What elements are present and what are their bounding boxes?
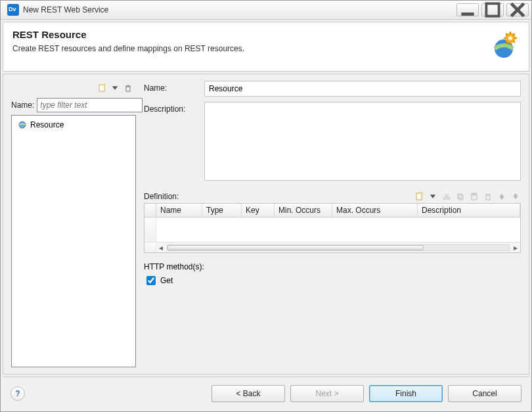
grid-header: Name Type Key Min. Occurs Max. Occurs De… [144,204,520,217]
new-resource-icon[interactable] [97,83,107,93]
svg-point-16 [103,83,106,86]
cut-icon[interactable] [441,191,452,202]
close-button[interactable] [506,3,529,16]
banner-globe-gear-icon [488,29,520,60]
svg-marker-37 [513,196,518,199]
grid-scroll-stub [144,242,156,252]
copy-icon[interactable] [455,191,466,202]
resource-icon [17,120,28,130]
http-get-label: Get [160,276,173,285]
delete-icon[interactable] [123,83,133,93]
definition-grid[interactable]: Name Type Key Min. Occurs Max. Occurs De… [144,203,521,253]
definition-label: Definition: [144,192,414,201]
toolbar-dropdown-icon[interactable] [428,191,438,202]
svg-point-14 [508,36,512,40]
svg-rect-33 [486,195,490,200]
svg-rect-31 [472,194,477,200]
scroll-thumb[interactable] [167,245,424,250]
col-type[interactable]: Type [202,204,242,217]
svg-point-23 [420,192,423,195]
window-title: New REST Web Service [23,5,454,14]
new-field-icon[interactable] [414,191,424,202]
cancel-button[interactable]: Cancel [448,385,521,402]
wizard-banner: REST Resource Create REST resources and … [3,22,529,72]
help-button[interactable]: ? [11,386,25,401]
resource-tree[interactable]: Resource [11,115,136,367]
name-input[interactable] [204,81,521,97]
description-label: Description: [144,102,204,114]
next-button[interactable]: Next > [290,385,364,402]
tree-item[interactable]: Resource [14,118,133,131]
col-description[interactable]: Description [418,204,520,217]
http-methods-label: HTTP method(s): [144,262,521,271]
definition-header: Definition: [144,191,521,202]
description-row: Description: [144,102,521,181]
col-name[interactable]: Name [156,204,202,217]
svg-rect-30 [459,195,463,200]
svg-rect-36 [500,197,503,199]
grid-cells[interactable] [156,217,520,242]
app-icon [7,4,19,16]
definition-toolbar [414,191,521,202]
banner-subtitle: Create REST resources and define mapping… [12,44,488,53]
minimize-button[interactable] [456,3,479,16]
wizard-footer: ? < Back Next > Finish Cancel [3,377,529,409]
move-down-icon[interactable] [510,191,521,202]
col-min-occurs[interactable]: Min. Occurs [275,204,332,217]
http-get-checkbox[interactable] [146,276,156,285]
svg-marker-35 [499,194,504,197]
http-methods-section: HTTP method(s): Get [144,262,521,287]
filter-label: Name: [11,101,34,110]
col-max-occurs[interactable]: Max. Occurs [332,204,418,217]
move-up-icon[interactable] [497,191,507,202]
scroll-right-icon[interactable]: ▸ [511,243,520,252]
scroll-track[interactable] [167,244,510,251]
back-button[interactable]: < Back [211,385,285,402]
svg-rect-18 [126,87,130,91]
tree-item-label: Resource [30,120,64,129]
maximize-button[interactable] [481,3,504,16]
grid-body[interactable] [144,217,520,242]
dropdown-icon[interactable] [110,83,120,93]
dialog-window: New REST Web Service REST Resource Creat… [0,0,532,412]
col-key[interactable]: Key [242,204,275,217]
left-toolbar [11,81,136,95]
content-area: Name: Resource Name: Description: Defini… [3,74,529,375]
scroll-left-icon[interactable]: ◂ [156,243,166,252]
filter-row: Name: [11,98,136,112]
http-method-row: Get [144,274,521,287]
svg-marker-24 [430,195,435,198]
left-panel: Name: Resource [11,81,136,367]
name-label: Name: [144,81,204,93]
description-textarea[interactable] [204,102,521,181]
title-bar[interactable]: New REST Web Service [1,1,531,20]
grid-horizontal-scrollbar[interactable]: ◂ ▸ [144,242,520,252]
filter-input[interactable] [37,98,143,112]
delete-field-icon[interactable] [483,191,493,202]
svg-rect-38 [514,194,517,196]
paste-icon[interactable] [469,191,479,202]
svg-rect-1 [486,3,499,16]
banner-heading: REST Resource [12,29,488,40]
name-row: Name: [144,81,521,97]
grid-header-stub [144,204,156,217]
svg-rect-29 [458,194,462,198]
grid-row-stub [144,217,156,242]
right-panel: Name: Description: Definition: [144,81,521,367]
finish-button[interactable]: Finish [369,385,443,402]
svg-marker-17 [112,86,118,90]
